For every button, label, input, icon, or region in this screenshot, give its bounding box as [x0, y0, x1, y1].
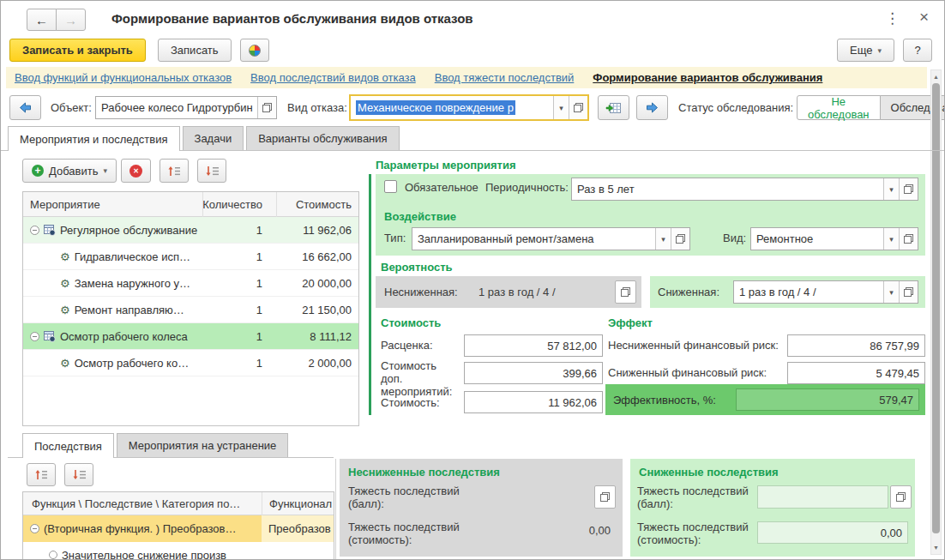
- delete-button[interactable]: ✕: [121, 159, 151, 183]
- rate-field[interactable]: 57 812,00: [464, 334, 603, 357]
- menu-dots-icon[interactable]: ⋮: [885, 9, 900, 27]
- color-wheel-icon: [249, 45, 261, 57]
- table-row[interactable]: ⚙Гидравлическое исп… 1 16 662,00: [23, 244, 358, 270]
- open-icon[interactable]: [899, 228, 918, 250]
- back-button[interactable]: ←: [27, 9, 57, 31]
- event-name: Осмотр рабочего ко…: [75, 357, 190, 370]
- report-variants-button[interactable]: [240, 39, 269, 62]
- table-row-selected[interactable]: (Вторичная функция. ) Преобразов… Преобр…: [23, 515, 334, 542]
- column-header-event[interactable]: Мероприятие: [23, 198, 202, 211]
- nav-link-service-options-active[interactable]: Формирование вариантов обслуживания: [593, 71, 822, 84]
- efficiency-field[interactable]: 579,47: [736, 388, 919, 411]
- pick-from-list-button[interactable]: [598, 95, 629, 120]
- group-accent-bar: [369, 174, 371, 415]
- dropdown-icon[interactable]: ▾: [553, 96, 569, 119]
- impact-type-field[interactable]: Запланированный ремонт/замена ▾: [412, 227, 690, 250]
- add-button[interactable]: + Добавить ▾: [22, 159, 117, 183]
- open-button[interactable]: [615, 280, 636, 304]
- open-icon[interactable]: [899, 178, 918, 200]
- event-name: Осмотр рабочего колеса: [60, 330, 188, 343]
- table-row[interactable]: ⚙Осмотр рабочего ко… 1 2 000,00: [23, 350, 358, 376]
- consequence-function: (Вторичная функция. ) Преобразов…: [44, 522, 237, 535]
- collapse-icon[interactable]: [30, 524, 39, 533]
- move-up-button[interactable]: [27, 463, 56, 486]
- table-row[interactable]: Регулярное обслуживание 1 11 962,06: [23, 217, 358, 244]
- reduced-risk-field[interactable]: 5 479,45: [787, 362, 925, 384]
- nav-link-consequences[interactable]: Ввод последствий видов отказа: [250, 71, 416, 84]
- mandatory-label: Обязательное: [405, 181, 479, 194]
- table-row-selected[interactable]: Осмотр рабочего колеса 1 8 111,12: [23, 323, 358, 350]
- move-down-icon: [206, 166, 219, 177]
- events-table: Мероприятие Количество Стоимость Регуляр…: [22, 191, 359, 426]
- close-icon[interactable]: ×: [919, 8, 929, 27]
- forward-button[interactable]: →: [56, 9, 86, 31]
- open-icon[interactable]: [257, 97, 276, 118]
- column-header-function[interactable]: Функция \ Последствие \ Категория по…: [23, 497, 262, 510]
- move-down-button[interactable]: [197, 159, 226, 183]
- status-not-surveyed-button[interactable]: Не обследован: [797, 95, 881, 120]
- survey-status-label: Статус обследования:: [678, 101, 793, 114]
- dropdown-icon[interactable]: ▾: [655, 228, 671, 250]
- event-cost: 11 962,06: [276, 224, 358, 237]
- period-field[interactable]: Раз в 5 лет ▾: [571, 178, 918, 201]
- tab-events-consequences[interactable]: Мероприятия и последствия: [8, 126, 180, 151]
- mandatory-period-panel: Обязательное Периодичность: Раз в 5 лет …: [376, 174, 925, 256]
- more-button[interactable]: Еще ▾: [837, 39, 894, 62]
- next-object-button[interactable]: [636, 95, 668, 120]
- unreduced-risk-field[interactable]: 86 757,99: [787, 334, 925, 357]
- collapse-icon[interactable]: [30, 332, 39, 341]
- extra-cost-field[interactable]: 399,66: [464, 362, 603, 384]
- nav-link-functions[interactable]: Ввод функций и функциональных отказов: [15, 71, 232, 84]
- period-value: Раз в 5 лет: [572, 178, 883, 200]
- dropdown-icon[interactable]: ▾: [883, 178, 899, 200]
- table-row[interactable]: ⚙Ремонт направляю… 1 21 150,00: [23, 297, 358, 323]
- gear-icon: ⚙: [60, 278, 70, 289]
- tab-elimination-events[interactable]: Мероприятия на устранение: [117, 433, 288, 457]
- total-cost-field[interactable]: 11 962,06: [464, 391, 603, 413]
- column-header-quantity[interactable]: Количество: [202, 192, 276, 217]
- column-header-functional[interactable]: Функционал: [262, 492, 334, 515]
- open-button[interactable]: [594, 485, 616, 509]
- severity-cost-label: Тяжесть последствий (стоимость):: [637, 521, 755, 546]
- dropdown-icon[interactable]: ▾: [883, 281, 899, 303]
- open-icon[interactable]: [671, 228, 689, 250]
- tab-service-options[interactable]: Варианты обслуживания: [246, 126, 399, 150]
- unreduced-probability-panel: Несниженная: 1 раз в год / 4 /: [376, 276, 641, 308]
- save-close-button[interactable]: Записать и закрыть: [9, 39, 146, 62]
- severity-cost-field[interactable]: 0,00: [757, 521, 908, 544]
- dropdown-icon[interactable]: ▾: [883, 228, 899, 250]
- mandatory-checkbox[interactable]: [384, 180, 397, 193]
- table-row[interactable]: ⚙Замена наружного у… 1 20 000,00: [23, 270, 358, 297]
- prev-object-button[interactable]: [9, 95, 41, 120]
- event-name: Гидравлическое исп…: [75, 250, 190, 263]
- tab-consequences[interactable]: Последствия: [22, 433, 114, 458]
- reduced-consequences-title: Сниженные последствия: [639, 466, 779, 479]
- blue-arrow-left-icon: [19, 102, 32, 113]
- open-icon[interactable]: [899, 281, 918, 303]
- object-field[interactable]: Рабочее колесо Гидротурбин: [95, 96, 277, 119]
- open-button[interactable]: [890, 485, 912, 509]
- total-cost-value: 11 962,06: [465, 392, 602, 412]
- failure-type-field[interactable]: Механическое повреждение р ▾: [349, 94, 589, 121]
- save-button[interactable]: Записать: [158, 39, 232, 62]
- unreduced-consequences-title: Несниженные последствия: [348, 466, 500, 479]
- collapse-icon[interactable]: [30, 226, 39, 235]
- nav-link-severity[interactable]: Ввод тяжести последствий: [435, 71, 575, 84]
- help-button[interactable]: ?: [903, 39, 932, 62]
- reduced-probability-field[interactable]: 1 раз в год / 4 / ▾: [733, 280, 918, 304]
- severity-cost-label: Тяжесть последствий (стоимость):: [348, 521, 485, 546]
- tab-tasks[interactable]: Задачи: [183, 126, 244, 150]
- impact-kind-field[interactable]: Ремонтное ▾: [750, 227, 918, 250]
- schedule-icon: [44, 331, 56, 342]
- severity-score-field[interactable]: [757, 485, 888, 509]
- move-up-icon: [168, 166, 181, 177]
- move-up-button[interactable]: [160, 159, 189, 183]
- column-header-cost[interactable]: Стоимость: [276, 192, 358, 217]
- scroll-up-icon[interactable]: ▲: [931, 71, 941, 82]
- open-icon[interactable]: [569, 96, 587, 119]
- vertical-scrollbar[interactable]: ▲ ▼: [930, 69, 942, 555]
- scroll-down-icon[interactable]: ▼: [931, 542, 941, 553]
- object-label: Объект:: [51, 101, 92, 114]
- move-down-button[interactable]: [64, 463, 93, 486]
- table-row[interactable]: Значительное снижение произв: [23, 542, 334, 560]
